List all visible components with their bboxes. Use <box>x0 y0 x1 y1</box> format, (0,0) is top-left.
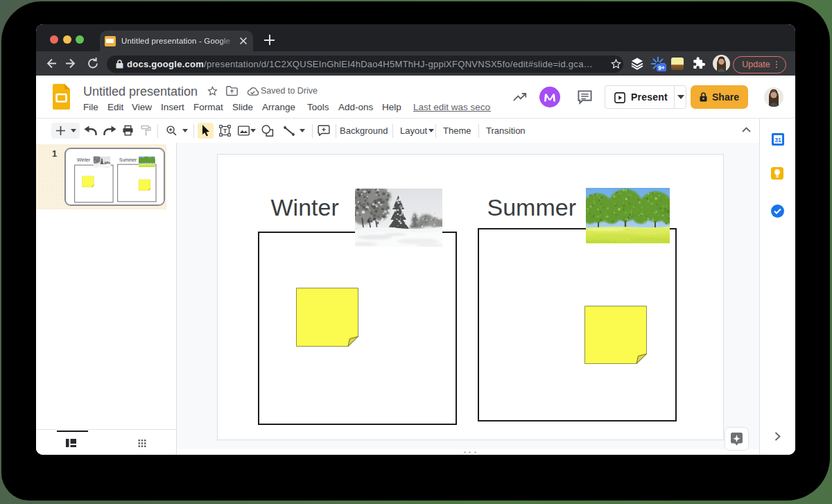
svg-text:T: T <box>223 128 227 134</box>
svg-text:9+: 9+ <box>658 64 665 71</box>
svg-text:31: 31 <box>774 137 781 144</box>
